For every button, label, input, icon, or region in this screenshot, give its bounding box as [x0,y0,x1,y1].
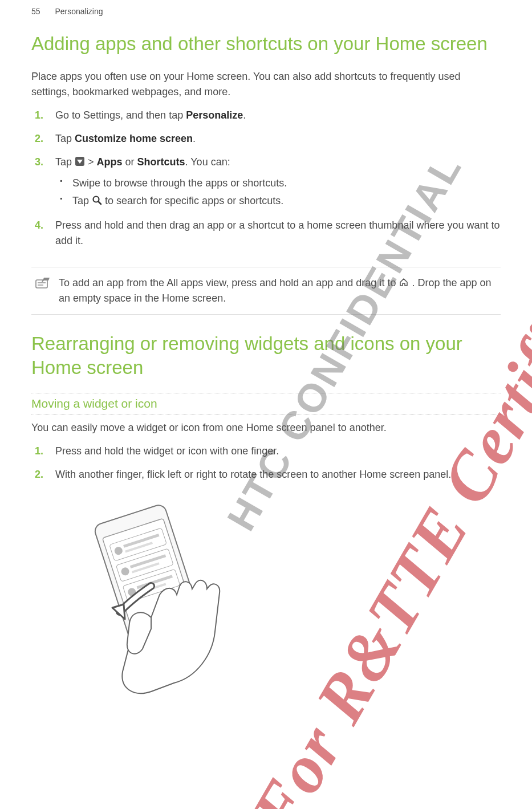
svg-rect-4 [36,280,47,288]
step-text: Tap [55,156,75,168]
magnifier-icon [92,194,102,205]
heading-rearranging: Rearranging or removing widgets and icon… [31,332,501,379]
step-text-or: or [123,156,137,168]
step-text-post: . [193,133,196,144]
sub-item-search: Tap to search for specific apps or short… [55,192,501,210]
step-text-post: . [243,109,246,121]
bold-apps: Apps [97,156,123,168]
steps-list-b: 1. Press and hold the widget or icon wit… [31,444,501,490]
pencil-note-icon [35,275,51,294]
step-a1: 1. Go to Settings, and then tap Personal… [31,108,501,131]
step-text: With another finger, flick left or right… [55,469,451,480]
note-text: To add an app from the All apps view, pr… [59,275,497,306]
illustration-hand-flick [66,501,501,708]
step-a2: 2. Tap Customize home screen. [31,131,501,155]
step-number: 3. [35,155,43,170]
section-title: Personalizing [55,7,103,16]
svg-marker-7 [43,278,50,280]
tip-note: To add an app from the All apps view, pr… [31,267,501,315]
step-number: 2. [35,467,43,482]
step-number: 2. [35,131,43,147]
step-b1: 1. Press and hold the widget or icon wit… [31,444,501,467]
bold-shortcuts: Shortcuts [137,156,185,168]
note-pre: To add an app from the All apps view, pr… [59,277,399,288]
step-text: Go to Settings, and then tap [55,109,186,121]
step-text-post: . You can: [185,156,230,168]
intro-paragraph-a: Place apps you often use on your Home sc… [31,69,501,100]
step-number: 1. [35,444,43,459]
step-number: 1. [35,108,43,123]
step-b2: 2. With another finger, flick left or ri… [31,467,501,490]
step-text: Press and hold the widget or icon with o… [55,445,279,457]
step-text: Press and hold and then drag an app or a… [55,219,499,246]
page-number: 55 [31,7,40,16]
sub-text-post: to search for specific apps or shortcuts… [105,195,283,206]
steps-list-a: 1. Go to Settings, and then tap Personal… [31,108,501,257]
page-header: 55 Personalizing [31,7,501,16]
step-a3: 3. Tap > Apps or Shortcuts. You can: Swi… [31,155,501,218]
step-text: Tap [55,133,75,144]
sub-item-swipe: Swipe to browse through the apps or shor… [55,174,501,192]
subheading-moving: Moving a widget or icon [31,393,501,414]
sub-text-pre: Tap [72,195,92,206]
svg-line-3 [99,202,101,205]
heading-adding-apps: Adding apps and other shortcuts on your … [31,32,501,55]
bold-customize: Customize home screen [75,133,193,144]
dropdown-triangle-icon [75,156,85,166]
bold-personalize: Personalize [186,109,243,121]
step-a4: 4. Press and hold and then drag an app o… [31,218,501,257]
home-outline-icon [399,277,409,287]
step-number: 4. [35,218,43,233]
svg-marker-28 [112,604,125,619]
step-text-mid: > [88,156,97,168]
intro-paragraph-b: You can easily move a widget or icon fro… [31,420,501,436]
sub-list: Swipe to browse through the apps or shor… [55,174,501,210]
